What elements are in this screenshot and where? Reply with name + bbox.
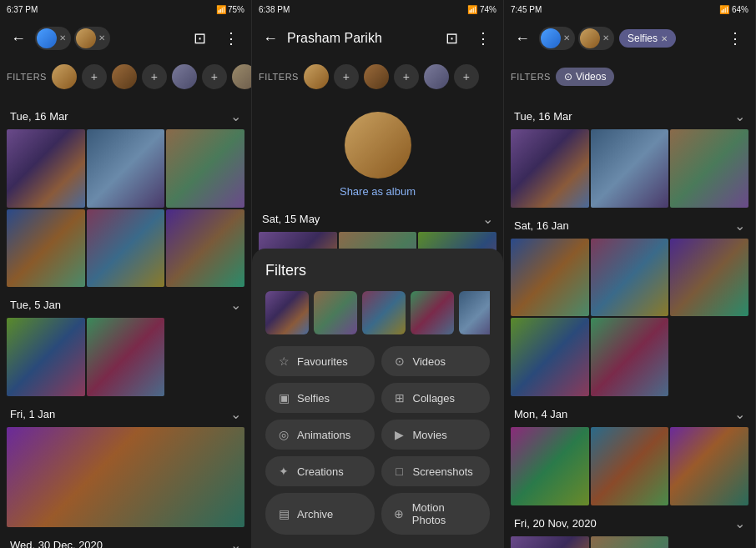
cast-button-middle[interactable]: ⊡ xyxy=(438,25,465,52)
photo-thumb[interactable] xyxy=(166,209,244,288)
filter-favourites[interactable]: ☆ Favourites xyxy=(265,346,375,376)
photo-thumb[interactable] xyxy=(670,239,748,317)
filter-motion-photos[interactable]: ⊕ Motion Photos xyxy=(381,493,491,535)
date-header-2: Fri, 1 Jan ⌄ xyxy=(7,400,244,427)
avatar-chip-r2[interactable]: ✕ xyxy=(578,27,614,50)
share-album-button[interactable]: Share as album xyxy=(340,185,416,198)
top-bar-middle: ← Prasham Parikh ⊡ ⋮ xyxy=(252,18,503,58)
photo-large[interactable] xyxy=(7,427,244,527)
filter-videos[interactable]: ⊙ Videos xyxy=(381,346,491,376)
photo-thumb[interactable] xyxy=(166,129,244,208)
favourites-icon: ☆ xyxy=(277,354,290,368)
date-label-r1: Sat, 16 Jan xyxy=(514,219,569,232)
motion-photos-label: Motion Photos xyxy=(412,501,478,526)
photo-thumb[interactable] xyxy=(7,318,85,396)
filter-thumb[interactable] xyxy=(362,291,406,334)
photo-thumb[interactable] xyxy=(591,129,669,208)
chevron-r0[interactable]: ⌄ xyxy=(734,108,745,124)
selfies-chip-close[interactable]: ✕ xyxy=(661,34,668,43)
more-button-left[interactable]: ⋮ xyxy=(218,25,244,52)
photo-thumb[interactable] xyxy=(87,318,165,396)
avatar-chips-left: ✕ ✕ xyxy=(35,27,110,50)
photo-thumb[interactable] xyxy=(591,239,669,317)
date-label-2: Fri, 1 Jan xyxy=(10,408,55,420)
photo-thumb[interactable] xyxy=(511,318,589,396)
chevron-0[interactable]: ⌄ xyxy=(230,108,241,124)
filter-avatar-4[interactable] xyxy=(232,64,251,89)
filter-avatar-m3[interactable] xyxy=(424,64,449,89)
chip-close-2[interactable]: ✕ xyxy=(98,34,105,43)
avatar-chip-r1[interactable]: ✕ xyxy=(539,27,575,50)
status-bar-middle: 6:38 PM 📶 74% xyxy=(252,0,503,18)
avatar-chip-1[interactable]: ✕ xyxy=(35,27,71,50)
filter-thumb[interactable] xyxy=(459,291,490,334)
filter-thumb[interactable] xyxy=(411,291,454,334)
cast-button-left[interactable]: ⊡ xyxy=(186,25,213,52)
more-button-middle[interactable]: ⋮ xyxy=(470,25,496,52)
avatar-chip-2[interactable]: ✕ xyxy=(74,27,110,50)
photo-thumb[interactable] xyxy=(591,536,669,548)
filter-add-m2[interactable]: + xyxy=(394,64,419,89)
photo-thumb[interactable] xyxy=(87,129,165,208)
chevron-1[interactable]: ⌄ xyxy=(230,297,241,313)
filter-add-m3[interactable]: + xyxy=(454,64,479,89)
archive-label: Archive xyxy=(297,508,333,520)
middle-panel: 6:38 PM 📶 74% ← Prasham Parikh ⊡ ⋮ FILTE… xyxy=(252,0,504,548)
chevron-r2[interactable]: ⌄ xyxy=(734,406,745,422)
selfies-icon: ▣ xyxy=(277,391,290,405)
filter-add-2[interactable]: + xyxy=(142,64,167,89)
filter-avatar-m2[interactable] xyxy=(364,64,389,89)
date-label-r0: Tue, 16 Mar xyxy=(514,110,572,123)
filter-add-3[interactable]: + xyxy=(202,64,227,89)
photo-thumb[interactable] xyxy=(511,239,589,317)
filter-archive[interactable]: ▤ Archive xyxy=(265,493,375,535)
photo-thumb[interactable] xyxy=(87,209,165,288)
back-button-right[interactable]: ← xyxy=(511,27,534,50)
photo-thumb[interactable] xyxy=(7,129,85,208)
filter-animations[interactable]: ◎ Animations xyxy=(265,420,375,450)
left-panel: 6:37 PM 📶 75% ← ✕ ✕ ⊡ ⋮ FILTERS + + + xyxy=(0,0,252,548)
chevron-r1[interactable]: ⌄ xyxy=(734,218,745,234)
back-button-middle[interactable]: ← xyxy=(259,27,282,50)
videos-chip-label: Videos xyxy=(576,71,606,83)
filter-collages[interactable]: ⊞ Collages xyxy=(381,383,491,413)
filter-screenshots[interactable]: □ Screenshots xyxy=(381,456,491,486)
photo-thumb[interactable] xyxy=(591,318,669,396)
filter-thumb[interactable] xyxy=(265,291,309,334)
chevron-3[interactable]: ⌄ xyxy=(230,537,241,548)
chip-close-r1[interactable]: ✕ xyxy=(563,34,570,43)
photo-grid-1 xyxy=(7,318,244,396)
chip-close-1[interactable]: ✕ xyxy=(59,34,66,43)
photo-thumb[interactable] xyxy=(7,209,85,288)
date-header-1: Tue, 5 Jan ⌄ xyxy=(7,290,244,318)
filter-avatar-2[interactable] xyxy=(112,64,137,89)
filter-add-m1[interactable]: + xyxy=(334,64,359,89)
back-button-left[interactable]: ← xyxy=(7,27,30,50)
status-time-middle: 6:38 PM xyxy=(259,5,290,14)
photo-thumb[interactable] xyxy=(511,129,589,208)
more-button-right[interactable]: ⋮ xyxy=(722,25,748,52)
selfies-chip[interactable]: Selfies ✕ xyxy=(619,29,676,48)
photo-thumb[interactable] xyxy=(670,129,748,208)
filters-label-middle: FILTERS xyxy=(259,72,299,82)
photo-thumb[interactable] xyxy=(511,536,589,548)
videos-filter-chip[interactable]: ⊙ Videos xyxy=(556,68,614,86)
photo-thumb[interactable] xyxy=(591,427,669,505)
photo-thumb[interactable] xyxy=(511,427,589,505)
chevron-middle[interactable]: ⌄ xyxy=(482,211,493,227)
filter-avatar-m1[interactable] xyxy=(304,64,329,89)
chevron-r3[interactable]: ⌄ xyxy=(734,515,745,531)
status-time-left: 6:37 PM xyxy=(7,5,38,14)
filter-creations[interactable]: ✦ Creations xyxy=(265,456,375,486)
filter-selfies[interactable]: ▣ Selfies xyxy=(265,383,375,413)
photo-thumb[interactable] xyxy=(670,427,748,505)
chip-close-r2[interactable]: ✕ xyxy=(602,34,609,43)
filter-movies[interactable]: ▶ Movies xyxy=(381,420,491,450)
filter-thumb[interactable] xyxy=(314,291,357,334)
filter-avatar-1[interactable] xyxy=(52,64,77,89)
screenshots-label: Screenshots xyxy=(413,465,473,478)
filter-add-1[interactable]: + xyxy=(82,64,107,89)
chevron-2[interactable]: ⌄ xyxy=(230,406,241,422)
filter-avatar-3[interactable] xyxy=(172,64,197,89)
creations-icon: ✦ xyxy=(277,465,290,478)
